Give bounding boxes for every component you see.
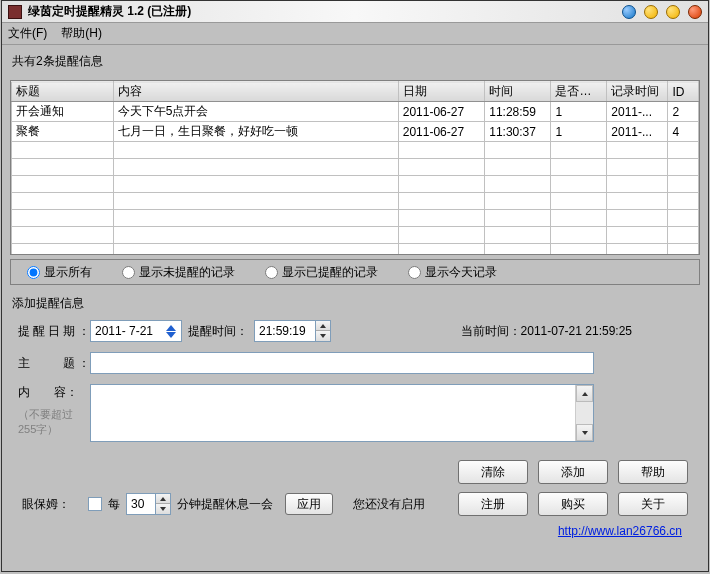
- cell-title: [12, 193, 114, 210]
- filter-reminded[interactable]: 显示已提醒的记录: [265, 264, 378, 281]
- filter-unremind[interactable]: 显示未提醒的记录: [122, 264, 235, 281]
- cell-rectime: [607, 176, 668, 193]
- scroll-up-icon[interactable]: [576, 385, 593, 402]
- eye-spin-up[interactable]: [156, 494, 170, 504]
- website-link[interactable]: http://www.lan26766.cn: [558, 524, 682, 538]
- table-row[interactable]: [12, 227, 699, 244]
- cell-date: 2011-06-27: [398, 122, 485, 142]
- cell-valid: 1: [551, 102, 607, 122]
- cell-content: [113, 159, 398, 176]
- col-title[interactable]: 标题: [12, 82, 114, 102]
- menu-file[interactable]: 文件(F): [8, 25, 47, 42]
- col-rectime[interactable]: 记录时间: [607, 82, 668, 102]
- filter-today[interactable]: 显示今天记录: [408, 264, 497, 281]
- cell-time: [485, 227, 551, 244]
- cell-time: [485, 193, 551, 210]
- filter-bar: 显示所有 显示未提醒的记录 显示已提醒的记录 显示今天记录: [10, 259, 700, 285]
- table-row[interactable]: [12, 193, 699, 210]
- clear-button[interactable]: 清除: [458, 460, 528, 484]
- table-row[interactable]: [12, 142, 699, 159]
- app-icon: [8, 5, 22, 19]
- cell-rectime: [607, 210, 668, 227]
- cell-rectime: [607, 227, 668, 244]
- col-valid[interactable]: 是否生效: [551, 82, 607, 102]
- cell-title: [12, 159, 114, 176]
- add-button[interactable]: 添加: [538, 460, 608, 484]
- calendar-icon[interactable]: [163, 322, 179, 340]
- date-picker[interactable]: [90, 320, 182, 342]
- cell-valid: [551, 227, 607, 244]
- cell-id: [668, 176, 699, 193]
- textarea-scrollbar[interactable]: [575, 385, 593, 441]
- eye-num-box[interactable]: [126, 493, 171, 515]
- date-input[interactable]: [91, 322, 163, 340]
- subject-input[interactable]: [91, 353, 593, 373]
- eye-num-input[interactable]: [127, 495, 155, 513]
- cell-title: [12, 142, 114, 159]
- cell-title: [12, 210, 114, 227]
- buy-button[interactable]: 购买: [538, 492, 608, 516]
- cell-rectime: [607, 142, 668, 159]
- filter-all-radio[interactable]: [27, 266, 40, 279]
- col-content[interactable]: 内容: [113, 82, 398, 102]
- current-time: 当前时间：2011-07-21 21:59:25: [461, 323, 692, 340]
- scroll-down-icon[interactable]: [576, 424, 593, 441]
- cell-content: [113, 176, 398, 193]
- table-row[interactable]: 聚餐七月一日，生日聚餐，好好吃一顿2011-06-2711:30:3712011…: [12, 122, 699, 142]
- cell-id: 2: [668, 102, 699, 122]
- extra-button[interactable]: [622, 5, 636, 19]
- eye-checkbox[interactable]: [88, 497, 102, 511]
- cell-content: [113, 193, 398, 210]
- table-row[interactable]: [12, 176, 699, 193]
- cell-date: [398, 210, 485, 227]
- table-row[interactable]: [12, 244, 699, 256]
- help-button[interactable]: 帮助: [618, 460, 688, 484]
- cell-id: 4: [668, 122, 699, 142]
- about-button[interactable]: 关于: [618, 492, 688, 516]
- filter-today-radio[interactable]: [408, 266, 421, 279]
- table-row[interactable]: 开会通知今天下午5点开会2011-06-2711:28:5912011-...2: [12, 102, 699, 122]
- cell-rectime: [607, 193, 668, 210]
- cell-rectime: [607, 244, 668, 256]
- cell-date: [398, 176, 485, 193]
- time-input[interactable]: [255, 322, 315, 340]
- cell-valid: [551, 142, 607, 159]
- eye-spin-down[interactable]: [156, 504, 170, 514]
- cell-time: [485, 210, 551, 227]
- cell-content: 今天下午5点开会: [113, 102, 398, 122]
- cell-time: [485, 159, 551, 176]
- table-row[interactable]: [12, 210, 699, 227]
- cell-title: [12, 227, 114, 244]
- time-picker[interactable]: [254, 320, 331, 342]
- cell-date: [398, 227, 485, 244]
- reminder-table: 标题 内容 日期 时间 是否生效 记录时间 ID 开会通知今天下午5点开会201…: [11, 81, 699, 255]
- titlebar: 绿茵定时提醒精灵 1.2 (已注册): [2, 1, 708, 23]
- cell-title: 聚餐: [12, 122, 114, 142]
- time-spin-down[interactable]: [316, 331, 330, 341]
- content-textarea[interactable]: [91, 385, 575, 441]
- cell-time: [485, 244, 551, 256]
- cell-rectime: [607, 159, 668, 176]
- col-id[interactable]: ID: [668, 82, 699, 102]
- cell-valid: [551, 210, 607, 227]
- filter-all[interactable]: 显示所有: [27, 264, 92, 281]
- filter-reminded-radio[interactable]: [265, 266, 278, 279]
- content-note: （不要超过255字）: [18, 407, 78, 437]
- cell-valid: 1: [551, 122, 607, 142]
- filter-unremind-radio[interactable]: [122, 266, 135, 279]
- register-button[interactable]: 注册: [458, 492, 528, 516]
- cell-date: [398, 193, 485, 210]
- table-row[interactable]: [12, 159, 699, 176]
- time-spin-up[interactable]: [316, 321, 330, 331]
- close-button[interactable]: [688, 5, 702, 19]
- col-time[interactable]: 时间: [485, 82, 551, 102]
- apply-button[interactable]: 应用: [285, 493, 333, 515]
- add-section-label: 添加提醒信息: [2, 291, 708, 314]
- eye-status: 您还没有启用: [353, 496, 425, 513]
- maximize-button[interactable]: [666, 5, 680, 19]
- col-date[interactable]: 日期: [398, 82, 485, 102]
- minimize-button[interactable]: [644, 5, 658, 19]
- menu-help[interactable]: 帮助(H): [61, 25, 102, 42]
- cell-time: 11:30:37: [485, 122, 551, 142]
- window-title: 绿茵定时提醒精灵 1.2 (已注册): [28, 3, 191, 20]
